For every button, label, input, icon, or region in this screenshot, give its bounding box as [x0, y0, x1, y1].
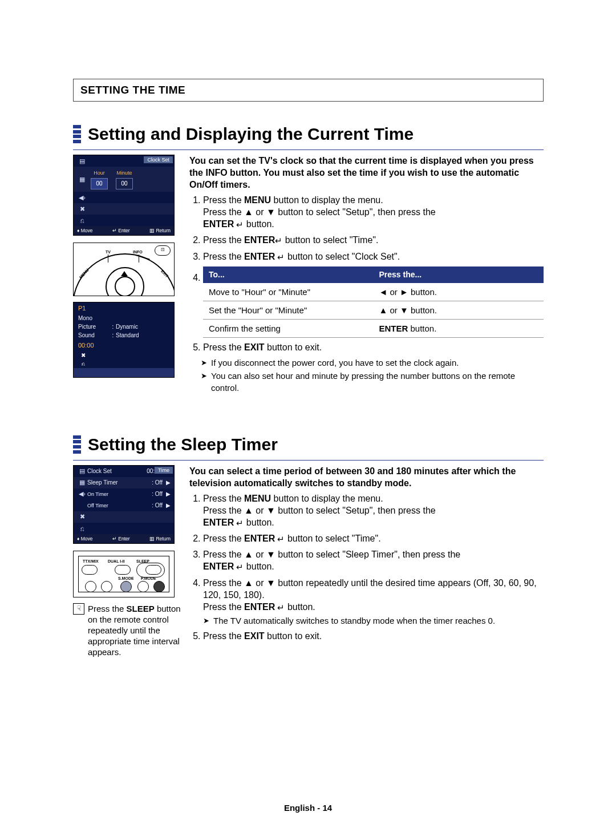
th-to: To... — [203, 266, 374, 283]
section-2-figures: Time ▤ Clock Set 00: 00 ▶ ▦ Sleep Timer … — [73, 465, 183, 657]
osd-row-value: : Off — [152, 502, 163, 508]
note-2: You can also set hour and minute by pres… — [201, 370, 544, 394]
page-footer: English - 14 — [0, 803, 616, 813]
section-2-steps: Press the MENU button to display the men… — [189, 492, 544, 642]
step-5: Press the EXIT button to exit. — [203, 341, 544, 353]
heading-rule — [73, 150, 544, 150]
heading-rule — [73, 460, 544, 461]
step-4: To...Press the... Move to "Hour" or "Min… — [203, 266, 544, 338]
osd-icon: ✖ — [77, 513, 87, 520]
dual-label: DUAL I-II — [108, 559, 124, 563]
osd-icon: ⎌ — [77, 525, 87, 532]
up-triangle-icon — [121, 271, 128, 276]
osd-icon: ▤ — [77, 467, 87, 475]
osd-picture-val: Dynamic — [116, 324, 169, 330]
osd-return-label: Return — [156, 536, 171, 542]
heading-bar-2: Setting the Sleep Timer — [73, 435, 544, 454]
osd-enter-label: Enter — [118, 228, 129, 233]
smode-label: S.MODE — [118, 576, 134, 580]
td: Move to "Hour" or "Minute" — [203, 283, 374, 301]
osd-channel: P1 — [74, 302, 174, 314]
osd-row-label: On Timer — [87, 491, 152, 497]
enter-icon: ↵ — [112, 228, 118, 233]
osd-hour-value: 00 — [91, 178, 108, 189]
heading-bar-1: Setting and Displaying the Current Time — [73, 124, 544, 144]
remote-button — [85, 581, 96, 592]
td: Confirm the setting — [203, 319, 374, 337]
remote-button-row: TTX/MIX DUAL I-II SLEEP S.MODE P.MODE — [73, 551, 175, 597]
enter-icon: ↵ — [275, 603, 285, 612]
step-3: Press the ENTER ↵ button to select "Cloc… — [203, 251, 544, 263]
ttx-label: TTX/MIX — [83, 559, 99, 563]
footer-lang: English - — [284, 803, 323, 813]
heading-2: Setting the Sleep Timer — [88, 435, 544, 454]
osd-return-label: Return — [156, 228, 171, 233]
osd-sound-key: Sound — [78, 332, 110, 338]
section-1-steps: Press the MENU button to display the men… — [189, 194, 544, 353]
return-icon: ▥ — [149, 536, 156, 542]
osd-time: 00:00 — [74, 340, 174, 351]
td: ENTER button. — [374, 319, 544, 337]
enter-icon: ↵ — [275, 252, 285, 262]
section-header-box: SETTING THE TIME — [73, 79, 544, 102]
osd-sound-val: Standard — [116, 332, 169, 338]
step-4: Press the ▲ or ▼ button repeatedly until… — [203, 577, 544, 627]
step-3: Press the ▲ or ▼ button to select "Sleep… — [203, 548, 544, 573]
osd-row-label: Off Timer — [87, 503, 152, 508]
step-5: Press the EXIT button to exit. — [203, 630, 544, 642]
remote-top-button: ⊡ — [155, 245, 171, 256]
info-label: INFO — [133, 250, 143, 254]
td: ▲ or ▼ button. — [374, 301, 544, 319]
osd-icon: ⎌ — [78, 361, 88, 367]
osd-icon: ◀› — [77, 490, 87, 498]
remote-button — [153, 581, 165, 592]
enter-icon: ↵ — [275, 534, 285, 544]
osd-row-value: : Off — [152, 479, 163, 486]
play-icon: ▶ — [166, 502, 171, 508]
section-1-lead: You can set the TV's clock so that the c… — [189, 155, 544, 191]
section-1-text: You can set the TV's clock so that the c… — [189, 155, 544, 395]
enter-icon: ↵ — [275, 236, 282, 246]
section-header: SETTING THE TIME — [80, 84, 536, 96]
osd-icon: ◀› — [77, 194, 87, 201]
osd-info-panel: P1 Mono Picture:Dynamic Sound:Standard 0… — [73, 302, 175, 378]
remote-button — [82, 565, 98, 575]
enter-icon: ↵ — [234, 518, 244, 528]
move-icon: ♦ — [77, 228, 81, 233]
osd-time-menu: Time ▤ Clock Set 00: 00 ▶ ▦ Sleep Timer … — [73, 465, 175, 544]
enter-icon: ↵ — [112, 536, 118, 542]
remote-button — [120, 581, 132, 592]
enter-icon: ↵ — [234, 220, 244, 229]
page: SETTING THE TIME Setting and Displaying … — [0, 0, 616, 657]
remote-button — [137, 581, 149, 592]
move-icon: ♦ — [77, 536, 81, 542]
note-1: If you disconnect the power cord, you ha… — [201, 357, 544, 369]
osd-picture-key: Picture — [78, 324, 110, 330]
section-1-columns: Clock Set ▤ ▦ Hour00 Minute00 ◀› ✖ ⎌ ♦ M… — [73, 155, 544, 395]
osd-row-label: Sleep Timer — [87, 479, 152, 486]
osd-minute-label: Minute — [116, 170, 133, 176]
osd-hour-label: Hour — [91, 170, 108, 176]
osd-title-chip: Time — [155, 467, 173, 474]
play-icon: ▶ — [166, 479, 171, 486]
osd-move-label: Move — [81, 536, 93, 542]
remote-direction-pad: ⊡ TV INFO MENU EXIT — [73, 243, 175, 296]
section-2-text: You can select a time period of between … — [189, 465, 544, 645]
td: ◄ or ► button. — [374, 283, 544, 301]
step-1: Press the MENU button to display the men… — [203, 492, 544, 529]
pmode-label: P.MODE — [141, 576, 156, 580]
step-2: Press the ENTER ↵ button to select "Time… — [203, 532, 544, 545]
clock-set-table: To...Press the... Move to "Hour" or "Min… — [203, 266, 544, 338]
heading-1: Setting and Displaying the Current Time — [88, 124, 544, 144]
osd-row-label: Clock Set — [87, 468, 147, 474]
step-4-note: The TV automatically switches to standby… — [203, 615, 544, 627]
remote-button — [115, 565, 131, 575]
return-icon: ▥ — [149, 228, 156, 233]
remote-tip-icon: ☟ — [73, 603, 84, 615]
osd-icon: ▤ — [77, 158, 87, 165]
osd-icon: ▦ — [77, 176, 87, 183]
tv-label: TV — [106, 250, 111, 254]
osd-clock-set: Clock Set ▤ ▦ Hour00 Minute00 ◀› ✖ ⎌ ♦ M… — [73, 155, 175, 236]
osd-footer: ♦ Move ↵ Enter ▥ Return — [74, 226, 174, 235]
play-icon: ▶ — [166, 491, 171, 497]
